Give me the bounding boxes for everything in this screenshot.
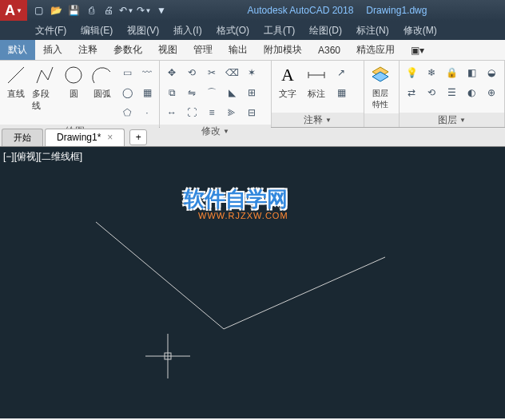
circle-button[interactable]: 圆 — [61, 64, 86, 100]
open-icon[interactable]: 📂 — [48, 2, 64, 18]
drawing-canvas[interactable]: [−][俯视][二维线框] 软件自学网 WWW.RJZXW.COM — [0, 147, 505, 418]
polyline-icon — [34, 64, 56, 86]
ribbon-tab-parametric[interactable]: 参数化 — [105, 40, 150, 60]
ribbon-tab-default[interactable]: 默认 — [0, 40, 35, 60]
arc-icon — [91, 64, 113, 86]
window-title: Autodesk AutoCAD 2018 Drawing1.dwg — [169, 5, 505, 16]
menu-view[interactable]: 视图(V) — [121, 22, 165, 39]
circle-label: 圆 — [70, 88, 78, 100]
ribbon-tab-a360[interactable]: A360 — [310, 40, 348, 60]
menu-tools[interactable]: 工具(T) — [257, 22, 301, 39]
new-icon[interactable]: ▢ — [30, 2, 46, 18]
rect-icon[interactable]: ▭ — [118, 64, 136, 81]
layer-lock-icon[interactable]: 🔒 — [443, 64, 460, 81]
text-button[interactable]: A文字 — [275, 64, 300, 100]
ribbon-tab-featured[interactable]: 精选应用 — [348, 40, 403, 60]
save-icon[interactable]: 💾 — [66, 2, 82, 18]
svg-line-0 — [8, 67, 24, 83]
panel-annotate-title[interactable]: 注释▼ — [272, 113, 364, 127]
print-icon[interactable]: 🖨 — [101, 2, 117, 18]
layer-walk-icon[interactable]: ◐ — [463, 84, 480, 101]
offset-icon[interactable]: ≡ — [203, 104, 221, 121]
ellipse-icon[interactable]: ◯ — [118, 84, 136, 101]
circle-icon — [62, 64, 85, 86]
layer-freeze-icon[interactable]: ❄ — [423, 64, 440, 81]
ribbon-tab-view[interactable]: 视图 — [150, 40, 185, 60]
erase-icon[interactable]: ⌫ — [223, 64, 241, 81]
menu-dimension[interactable]: 标注(N) — [350, 22, 396, 39]
ribbon-tab-output[interactable]: 输出 — [221, 40, 256, 60]
ribbon-tab-insert[interactable]: 插入 — [35, 40, 70, 60]
chevron-down-icon: ▼ — [223, 128, 229, 135]
ribbon-tab-more-icon[interactable]: ▣▾ — [403, 40, 432, 60]
layers-icon — [369, 64, 392, 86]
layer-props-label: 图层 特性 — [372, 88, 388, 110]
polyline-label: 多段线 — [32, 88, 58, 112]
panel-layers-title[interactable] — [364, 113, 399, 127]
layer-on-icon[interactable]: 💡 — [403, 64, 420, 81]
close-icon[interactable]: × — [107, 132, 113, 143]
file-tab-label: Drawing1* — [57, 132, 101, 143]
ribbon-tab-annotate[interactable]: 注释 — [70, 40, 105, 60]
layer-match-icon[interactable]: ⇄ — [403, 84, 420, 101]
arc-label: 圆弧 — [93, 88, 111, 100]
hatch-icon[interactable]: ▦ — [138, 84, 156, 101]
menu-insert[interactable]: 插入(I) — [167, 22, 208, 39]
dimension-button[interactable]: 标注 — [304, 64, 329, 100]
file-tab-current[interactable]: Drawing1* × — [45, 129, 125, 146]
menu-format[interactable]: 格式(O) — [210, 22, 256, 39]
table-icon[interactable]: ▦ — [332, 84, 350, 101]
explode-icon[interactable]: ✶ — [243, 64, 260, 81]
ribbon-tab-manage[interactable]: 管理 — [185, 40, 221, 60]
menu-modify[interactable]: 修改(M) — [397, 22, 443, 39]
layer-iso-icon[interactable]: ◒ — [483, 64, 500, 81]
menu-draw[interactable]: 绘图(D) — [303, 22, 348, 39]
file-name: Drawing1.dwg — [366, 5, 427, 16]
leader-icon[interactable]: ↗ — [332, 64, 350, 81]
mirror-icon[interactable]: ⇋ — [183, 84, 201, 101]
panel-modify-title[interactable]: 修改▼ — [160, 125, 271, 138]
trim-icon[interactable]: ✂ — [203, 64, 221, 81]
layer-state-icon[interactable]: ☰ — [443, 84, 460, 101]
text-label: 文字 — [279, 88, 296, 100]
layer-merge-icon[interactable]: ⊕ — [483, 84, 500, 101]
app-name: Autodesk AutoCAD 2018 — [248, 5, 354, 16]
saveas-icon[interactable]: ⎙ — [83, 2, 99, 18]
chevron-down-icon[interactable]: ▼ — [153, 2, 169, 18]
array-icon[interactable]: ⊞ — [243, 84, 260, 101]
layer-props-button[interactable]: 图层 特性 — [368, 64, 393, 110]
title-bar: A▼ ▢ 📂 💾 ⎙ 🖨 ↶▼ ↷▼ ▼ Autodesk AutoCAD 20… — [0, 0, 505, 21]
undo-icon[interactable]: ↶▼ — [118, 2, 134, 18]
polyline-button[interactable]: 多段线 — [32, 64, 58, 112]
panel-layers-extra: 💡 ❄ 🔒 ◧ ◒ ⇄ ⟲ ☰ ◐ ⊕ 图层▼ — [400, 61, 505, 127]
panel-draw: 直线 多段线 圆 圆弧 ▭ 〰 ◯ ▦ ⬠ · 绘图▼ — [0, 61, 160, 127]
file-tab-start[interactable]: 开始 — [2, 129, 43, 146]
point-icon[interactable]: · — [138, 104, 156, 121]
layer-color-icon[interactable]: ◧ — [463, 64, 480, 81]
line-label: 直线 — [7, 88, 25, 100]
panel-layers-extra-title[interactable]: 图层▼ — [400, 113, 504, 127]
layer-prev-icon[interactable]: ⟲ — [423, 84, 440, 101]
text-icon: A — [276, 64, 299, 86]
line-button[interactable]: 直线 — [3, 64, 29, 100]
copy-icon[interactable]: ⧉ — [163, 84, 181, 101]
scale-icon[interactable]: ⛶ — [183, 104, 201, 121]
fillet-icon[interactable]: ⌒ — [203, 84, 221, 101]
add-tab-button[interactable]: + — [129, 129, 147, 145]
panel-annotate: A文字 标注 ↗ ▦ 注释▼ — [272, 61, 364, 127]
redo-icon[interactable]: ↷▼ — [136, 2, 152, 18]
break-icon[interactable]: ⊟ — [243, 104, 260, 121]
menu-file[interactable]: 文件(F) — [29, 22, 73, 39]
spline-icon[interactable]: 〰 — [138, 64, 156, 81]
app-logo[interactable]: A▼ — [0, 0, 27, 21]
rotate-icon[interactable]: ⟲ — [183, 64, 201, 81]
move-icon[interactable]: ✥ — [163, 64, 181, 81]
menu-edit[interactable]: 编辑(E) — [74, 22, 119, 39]
ribbon-tab-addins[interactable]: 附加模块 — [256, 40, 310, 60]
chamfer-icon[interactable]: ◣ — [223, 84, 241, 101]
align-icon[interactable]: ⫸ — [223, 104, 241, 121]
arc-button[interactable]: 圆弧 — [89, 64, 115, 100]
polygon-icon[interactable]: ⬠ — [118, 104, 136, 121]
stretch-icon[interactable]: ↔ — [163, 104, 181, 121]
line-icon — [5, 64, 27, 86]
